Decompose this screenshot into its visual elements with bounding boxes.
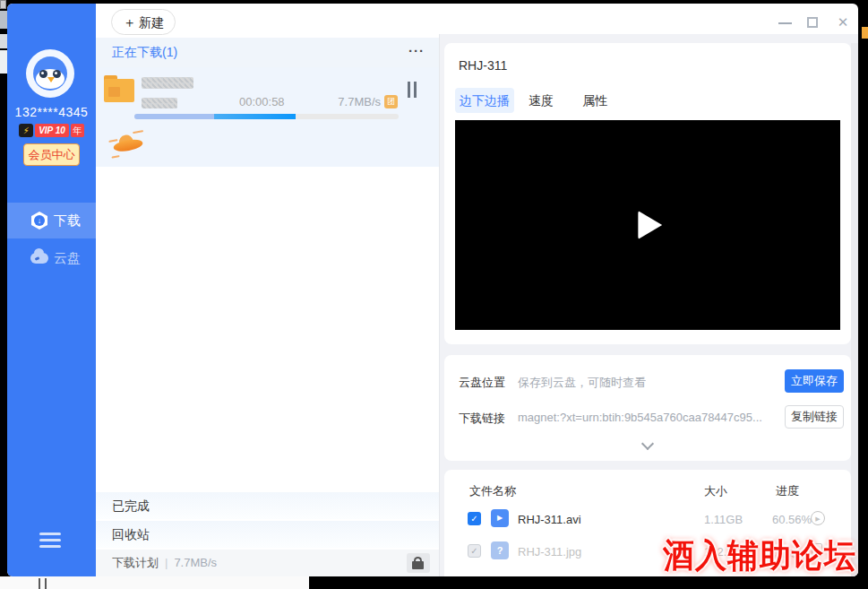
unknown-file-icon: ? (491, 541, 509, 559)
tab-speed[interactable]: 速度 (529, 88, 554, 113)
tab-properties[interactable]: 属性 (582, 88, 607, 113)
background-sliver (862, 27, 868, 39)
progress-bar (134, 114, 399, 119)
plus-icon: ＋ (123, 14, 136, 30)
file-checkbox[interactable]: ✓ (468, 512, 481, 525)
new-task-button[interactable]: ＋新建 (111, 9, 176, 35)
cloud-location-label: 云盘位置 (459, 375, 505, 391)
play-icon[interactable] (638, 211, 662, 239)
video-file-icon: ▶ (491, 509, 509, 527)
file-name: RHJ-311.avi (518, 513, 581, 526)
member-center-button[interactable]: 会员中心 (23, 143, 80, 166)
download-plan-label: 下载计划 (112, 556, 159, 569)
column-header-filename: 文件名称 (469, 483, 516, 499)
minimize-button[interactable] (778, 22, 792, 24)
sidebar-item-download[interactable]: ↓ 下载 (7, 203, 96, 238)
sidebar-item-cloud[interactable]: 云盘 (7, 240, 96, 276)
vip-level-label: VIP 10 (35, 124, 69, 137)
background-line (39, 578, 40, 589)
magnet-link-text: magnet:?xt=urn:btih:9b545a760caa78447c95… (518, 411, 762, 424)
tab-play-while-downloading[interactable]: 边下边播 (455, 88, 514, 113)
pause-button[interactable] (406, 82, 418, 98)
chevron-down-icon[interactable] (641, 437, 654, 450)
sidebar-item-label: 云盘 (54, 240, 81, 276)
bolt-icon: ⚡ (19, 124, 33, 137)
cloud-icon (30, 253, 48, 264)
downloading-section-header: 正在下载(1) ··· (96, 38, 439, 67)
recycle-bin-row[interactable]: 回收站 (96, 521, 439, 549)
maximize-button[interactable] (807, 17, 818, 28)
time-remaining: 00:00:58 (239, 95, 285, 108)
screen: 132****4345 ⚡ VIP 10 年 会员中心 ↓ 下载 云盘 (0, 0, 868, 589)
speedup-badge-icon: 团 (384, 95, 398, 108)
info-card: 云盘位置 保存到云盘，可随时查看 立即保存 下载链接 magnet:?xt=ur… (444, 355, 851, 461)
file-size: 1.11GB (704, 513, 743, 526)
background-window-fragment (0, 0, 6, 9)
copy-link-button[interactable]: 复制链接 (785, 405, 844, 429)
scrollbar[interactable] (851, 43, 858, 576)
video-preview[interactable] (455, 120, 840, 330)
file-progress: 60.56% (772, 513, 812, 526)
file-name: RHJ-311.jpg (518, 545, 581, 559)
file-checkbox-disabled: ✓ (468, 544, 481, 558)
download-link-label: 下载链接 (459, 411, 505, 427)
save-now-button[interactable]: 立即保存 (785, 369, 844, 393)
close-button[interactable]: ✕ (834, 13, 852, 31)
folder-icon (104, 75, 134, 102)
vip-badge[interactable]: ⚡ VIP 10 年 (7, 123, 96, 137)
vip-year-label: 年 (71, 124, 84, 137)
sidebar-item-label: 下载 (54, 203, 81, 238)
forum-watermark: 酒入辅助论坛 (663, 533, 862, 577)
play-circle-icon[interactable]: ▶ (811, 511, 825, 525)
column-header-size: 大小 (704, 483, 727, 499)
task-size-masked (142, 98, 177, 108)
background-window-fragment (0, 34, 7, 48)
download-plan-row: 下载计划|7.7MB/s (96, 550, 439, 576)
menu-icon[interactable] (39, 533, 61, 549)
avatar[interactable] (26, 49, 74, 98)
plan-speed-value: 7.7MB/s (174, 556, 217, 569)
user-id: 132****4345 (7, 105, 96, 119)
cloud-location-hint: 保存到云盘，可随时查看 (518, 375, 646, 391)
downloading-count-label: 正在下载(1) (112, 38, 177, 67)
column-header-progress: 进度 (776, 483, 799, 499)
progress-downloaded (134, 114, 214, 119)
progress-accelerated (214, 114, 296, 119)
task-name-masked (142, 77, 193, 89)
more-icon[interactable]: ··· (408, 38, 425, 65)
app-window: 132****4345 ⚡ VIP 10 年 会员中心 ↓ 下载 云盘 (7, 4, 858, 576)
speedup-saucer-icon (107, 126, 150, 158)
background-window-fragment (0, 11, 7, 29)
lock-button[interactable] (407, 553, 430, 573)
download-speed: 7.7MB/s (329, 95, 381, 108)
download-icon: ↓ (30, 212, 48, 230)
background-window-fragment (0, 50, 7, 74)
preview-card: RHJ-311 边下边播 速度 属性 (444, 43, 851, 344)
completed-section-row[interactable]: 已完成 (96, 492, 439, 520)
background-line (45, 578, 47, 589)
download-task-row[interactable]: 00:00:58 7.7MB/s 团 (96, 67, 439, 167)
sidebar: 132****4345 ⚡ VIP 10 年 会员中心 ↓ 下载 云盘 (7, 4, 96, 576)
task-title: RHJ-311 (459, 58, 507, 73)
